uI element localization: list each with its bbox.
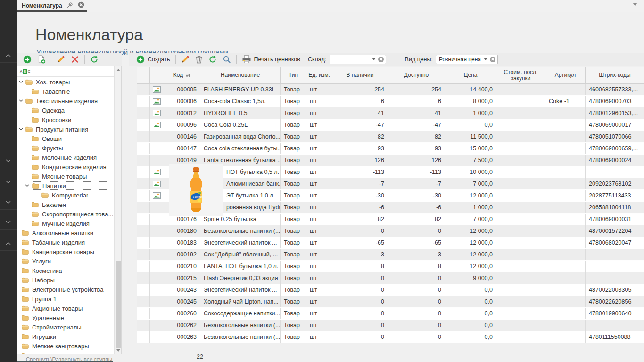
column-header[interactable]: Доступно — [388, 67, 445, 83]
tree-item[interactable]: Одежда — [17, 106, 114, 115]
chevron-down-icon[interactable] — [372, 58, 376, 60]
column-header[interactable]: В наличии — [332, 67, 388, 83]
tree-item[interactable]: Фрукты — [17, 143, 114, 153]
tree-item[interactable]: Молочные изделия — [17, 153, 114, 162]
tree-item[interactable]: Табачные изделия — [17, 238, 114, 247]
rail-chevron-down-icon[interactable] — [0, 217, 17, 227]
tree-item[interactable]: Группа 1 — [17, 294, 114, 304]
table-cell: Энергетический напиток ... — [200, 237, 281, 248]
refresh-groups-button[interactable] — [87, 54, 101, 65]
column-header[interactable] — [137, 67, 150, 83]
tree-item[interactable]: Овощи — [17, 134, 114, 143]
scrollbar-thumb[interactable] — [116, 261, 121, 348]
tree-item[interactable]: Бакалея — [17, 200, 114, 209]
warehouse-select[interactable] — [330, 55, 386, 64]
tree-item[interactable]: Кондитерские изделия — [17, 162, 114, 172]
tree-item[interactable]: Напитки — [17, 181, 114, 190]
table-row[interactable]: 000260Сокосодержащие напитки...Товаршт00… — [137, 308, 644, 320]
refresh-list-button[interactable] — [206, 54, 220, 65]
tree-item[interactable]: Автозапчасти — [17, 351, 114, 354]
column-header[interactable]: Код — [164, 67, 200, 83]
clear-icon[interactable] — [378, 57, 384, 62]
chevron-down-icon[interactable] — [484, 58, 487, 60]
table-row[interactable]: 000210FANTA, ПЭТ бутылка 1,0 л.Товаршт88… — [137, 261, 644, 272]
tree-item[interactable]: Канцелярские товары — [17, 247, 114, 256]
tree-expander-icon[interactable] — [17, 99, 25, 102]
rail-chevron-up-icon[interactable] — [0, 50, 17, 60]
add-group-button[interactable] — [20, 54, 34, 65]
tab-list-menu-icon[interactable] — [633, 3, 637, 6]
tree-item[interactable]: Продукты питания — [17, 124, 114, 134]
tree-search-field[interactable]: АВС — [17, 66, 114, 77]
tree-item[interactable]: Игрушки — [17, 332, 114, 341]
table-cell: -3 — [332, 249, 388, 260]
table-row[interactable]: 000243Энергетический напиток ...Товаршт0… — [137, 284, 644, 296]
table-cell — [137, 84, 150, 95]
table-row[interactable]: 000180Безалкогольные напитки (...Товаршт… — [137, 225, 644, 237]
table-row[interactable]: 000262Безалкогольные напитки (...Товаршт… — [137, 320, 644, 331]
table-row[interactable]: 000012HYDROLIFE 0.5Товаршт41411 000,0478… — [137, 107, 644, 119]
tree-item-label: Kompyuterlar — [52, 192, 88, 199]
tree-item[interactable]: Kompyuterlar — [17, 190, 114, 200]
rail-chevron-down-icon[interactable] — [0, 177, 17, 187]
table-cell: -6 — [332, 202, 388, 213]
tree-item[interactable]: Скоропортящиеся това... — [17, 209, 114, 219]
table-row[interactable]: 000006Coca-cola Classic 1,5л.Товаршт668 … — [137, 96, 644, 107]
table-row[interactable]: 000147Coca cola стеклянная буты...Товарш… — [137, 143, 644, 155]
warehouse-label: Склад: — [308, 56, 327, 63]
tree-expander-icon[interactable] — [17, 128, 25, 131]
rail-chevron-down-icon[interactable] — [0, 197, 17, 207]
tree-item[interactable]: Мучные изделия — [17, 219, 114, 228]
print-price-tags-button[interactable]: Печать ценников — [239, 54, 303, 65]
table-row[interactable]: 000096Coca Cola 0.25LТоваршт-47-470,0478… — [137, 119, 644, 131]
tree-item[interactable]: Хоз. товары — [17, 77, 114, 87]
tree-item[interactable]: Алкогольные напитки — [17, 228, 114, 238]
table-row[interactable]: 000146Газированная вода Chorto...Товаршт… — [137, 131, 644, 143]
tree-expander-icon[interactable] — [23, 184, 31, 187]
rail-chevron-down-icon[interactable] — [0, 156, 17, 166]
column-header[interactable] — [150, 67, 164, 83]
column-header[interactable]: Ед. изм. — [306, 67, 332, 83]
rail-chevron-up-icon[interactable] — [0, 238, 17, 248]
add-item-button[interactable] — [34, 54, 49, 65]
price-type-select[interactable]: Розничная цена — [436, 55, 498, 64]
table-row[interactable]: 000215Flash Энергетик 0,33 акцияТоваршт0… — [137, 272, 644, 284]
tree-item[interactable]: Косметика — [17, 266, 114, 275]
tree-expander-icon[interactable] — [17, 81, 25, 83]
scroll-down-icon[interactable] — [115, 347, 122, 354]
tree-item[interactable]: Удаленные — [17, 313, 114, 322]
delete-group-button[interactable] — [68, 54, 82, 65]
column-header[interactable]: Артикул — [545, 67, 586, 83]
pin-icon[interactable] — [67, 1, 73, 10]
edit-group-button[interactable] — [54, 54, 68, 65]
table-row[interactable]: 000005FLASH ENERGY UP 0.33LТоваршт-254-2… — [137, 84, 644, 96]
table-row[interactable]: 000183Энергетический напиток ...Товаршт-… — [137, 237, 644, 249]
tree-item[interactable]: Электронные устройства — [17, 285, 114, 294]
create-button[interactable]: Создать — [133, 54, 173, 65]
tree-scrollbar[interactable] — [114, 66, 121, 354]
column-header[interactable]: Стоим. посл. закупки — [496, 67, 545, 83]
table-row[interactable]: 000263Безалкогольные напитки (...Товаршт… — [137, 331, 644, 343]
tree-item[interactable]: Услуги — [17, 256, 114, 266]
edit-item-button[interactable] — [178, 54, 192, 65]
column-header[interactable]: Штрих-коды — [586, 67, 644, 83]
tree-item[interactable]: Мелкие канцтовары — [17, 341, 114, 351]
delete-item-button[interactable] — [192, 54, 206, 65]
tree-item[interactable]: Tabachnie — [17, 87, 114, 96]
tree-item[interactable]: Кроссовки — [17, 115, 114, 124]
scroll-up-icon[interactable] — [115, 66, 122, 74]
tab-nomenclature[interactable]: Номенклатура — [17, 0, 89, 11]
tree-item[interactable]: Акционые товары — [17, 304, 114, 313]
table-row[interactable]: 000245Холодный чай Lipton, нап...Товаршт… — [137, 296, 644, 308]
column-header[interactable]: Тип — [281, 67, 306, 83]
search-button[interactable] — [220, 54, 234, 65]
column-header[interactable]: Наименование — [200, 67, 281, 83]
tab-close-icon[interactable] — [78, 1, 84, 10]
tree-item[interactable]: Текстильные изделия — [17, 96, 114, 106]
tree-item[interactable]: Стройматериалы — [17, 322, 114, 332]
table-row[interactable]: 000192Сок "Добрый" яблочный, ...Товаршт-… — [137, 249, 644, 261]
tree-item[interactable]: Наборы — [17, 275, 114, 285]
tree-item[interactable]: Мясные товары — [17, 172, 114, 181]
column-header[interactable]: Цена — [445, 67, 496, 83]
clear-icon[interactable] — [490, 57, 495, 62]
